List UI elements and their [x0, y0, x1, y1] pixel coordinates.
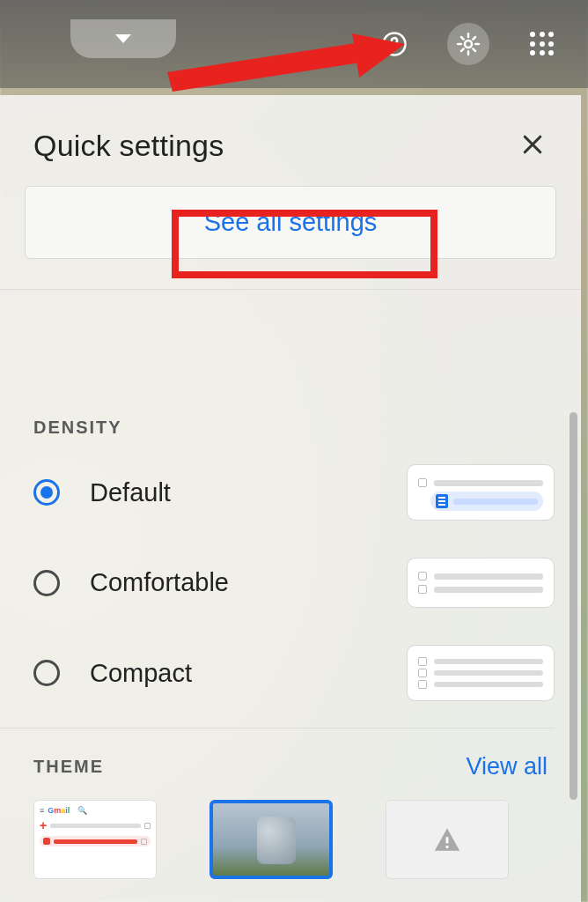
radio-icon: [33, 570, 60, 596]
theme-section: THEME View all ≡ Gmail 🔍 +: [33, 753, 555, 879]
density-option-comfortable[interactable]: Comfortable: [33, 558, 555, 608]
search-collapse-pill[interactable]: [70, 19, 176, 58]
density-label: Comfortable: [90, 568, 407, 597]
gear-icon: [455, 31, 481, 57]
see-all-settings-wrap: See all settings: [0, 186, 581, 289]
theme-thumb-gmail[interactable]: ≡ Gmail 🔍 +: [33, 800, 157, 879]
density-option-default[interactable]: Default: [33, 464, 555, 521]
svg-point-2: [465, 41, 472, 48]
theme-thumb-blank[interactable]: [386, 800, 509, 879]
help-icon: [381, 31, 408, 57]
svg-rect-5: [446, 837, 449, 843]
scrollbar-thumb[interactable]: [570, 412, 577, 800]
divider: [0, 289, 581, 290]
quick-settings-panel: Quick settings See all settings DENSITY …: [0, 95, 581, 902]
google-apps-button[interactable]: [521, 23, 563, 65]
panel-header: Quick settings: [0, 120, 581, 186]
radio-icon: [33, 660, 60, 686]
density-label: Compact: [90, 659, 407, 688]
density-preview-default: [407, 464, 555, 521]
top-toolbar: [0, 0, 588, 88]
density-section-label: DENSITY: [33, 418, 555, 438]
caret-down-icon: [115, 34, 131, 43]
settings-gear-button[interactable]: [447, 23, 489, 65]
theme-view-all-link[interactable]: View all: [466, 753, 548, 780]
apps-grid-icon: [530, 32, 555, 56]
theme-thumbnails: ≡ Gmail 🔍 +: [33, 800, 555, 879]
density-preview-comfortable: [407, 558, 555, 608]
svg-point-1: [393, 48, 395, 50]
theme-thumb-photo-selected[interactable]: [209, 800, 333, 879]
close-button[interactable]: [519, 131, 546, 161]
help-button[interactable]: [373, 23, 415, 65]
svg-rect-6: [446, 846, 449, 848]
see-all-settings-button[interactable]: See all settings: [25, 186, 556, 259]
close-icon: [519, 131, 546, 158]
warning-icon: [432, 824, 462, 854]
panel-title: Quick settings: [33, 129, 224, 163]
divider: [0, 728, 555, 728]
density-preview-compact: [407, 645, 555, 701]
settings-scroll-area: DENSITY Default Comfortable Compact: [0, 391, 581, 902]
density-option-compact[interactable]: Compact: [33, 645, 555, 701]
theme-section-label: THEME: [33, 757, 104, 777]
density-label: Default: [90, 478, 407, 507]
radio-selected-icon: [33, 479, 60, 506]
